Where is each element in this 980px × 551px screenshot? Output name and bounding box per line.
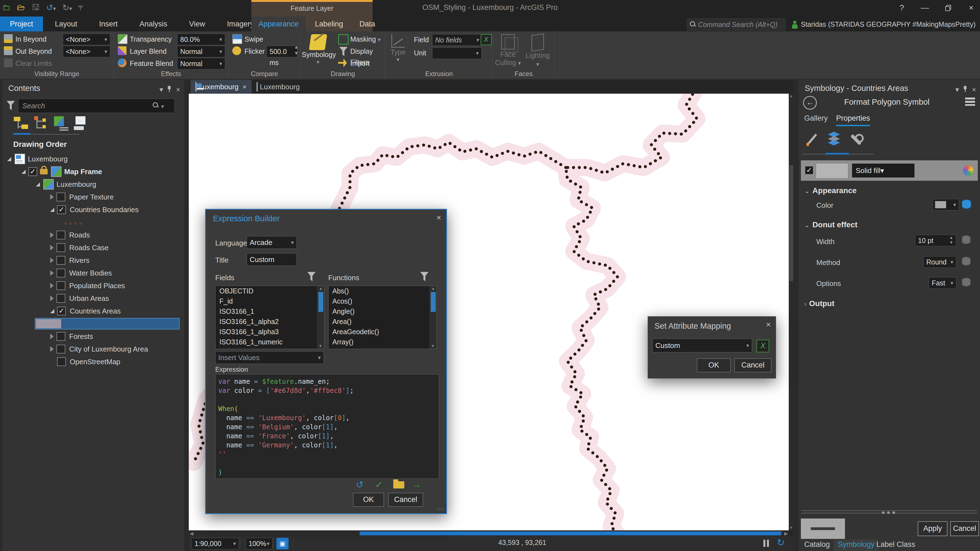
tree-item-water-bodies[interactable]: Water Bodies [2, 266, 184, 279]
help-button[interactable]: ? [893, 2, 910, 14]
function-item[interactable]: Acos() [328, 296, 436, 306]
function-item[interactable]: Array() [328, 337, 436, 347]
insert-values-combo[interactable]: Insert Values▾ [215, 351, 324, 364]
expand-icon[interactable] [50, 194, 54, 200]
fields-scrollbar[interactable]: ▲▼ [317, 286, 324, 349]
import-button[interactable]: Import [350, 58, 370, 69]
expand-icon[interactable] [50, 245, 54, 251]
field-item[interactable]: ISO3166_1 [215, 306, 324, 316]
section-appearance[interactable]: ⌄Appearance [804, 186, 856, 195]
panel-menu-icon[interactable]: ▾ [956, 86, 959, 94]
field-item[interactable]: ISO3166_1_numeric [215, 337, 324, 347]
out-beyond-label[interactable]: Out Beyond [16, 46, 52, 57]
extrusion-expression-button[interactable]: X [480, 34, 492, 45]
close-tab-icon[interactable]: × [242, 83, 247, 91]
language-combo[interactable]: Arcade▾ [247, 236, 297, 249]
open-project-icon[interactable]: 🗁 [17, 3, 25, 12]
tree-item-countries-boundaries[interactable]: ✓Countries Boundaries [2, 203, 184, 216]
expand-icon[interactable] [50, 232, 54, 238]
clear-limits-button[interactable]: Clear Limits [16, 58, 52, 69]
account-menu[interactable]: Staridas (STARIDAS GEOGRAPHY #MakingMaps… [792, 18, 980, 30]
save-project-icon[interactable]: 🖫 [32, 3, 40, 12]
fill-type-combo[interactable]: Solid fill▾ [852, 164, 915, 178]
tree-item-luxembourg[interactable]: Luxembourg [2, 178, 184, 190]
close-panel-icon[interactable]: × [972, 86, 976, 94]
panel-splitter[interactable]: ●●● [802, 508, 977, 515]
extrusion-type-button[interactable]: Type ▾ [385, 33, 410, 70]
view-selection-icon[interactable] [53, 116, 70, 131]
refresh-icon[interactable]: ↻ [777, 537, 785, 548]
expression-code-editor[interactable]: var name = $feature.name_en;var color = … [215, 374, 439, 479]
cancel-button[interactable]: Cancel [388, 493, 423, 507]
symbol-layer-row[interactable]: ✓ Solid fill▾ [801, 160, 978, 181]
tree-item-openstreetmap[interactable]: OpenStreetMap [2, 355, 184, 367]
out-beyond-combo[interactable]: <None>▾ [63, 46, 110, 57]
swipe-button[interactable]: Swipe [245, 33, 263, 44]
tab-label-class[interactable]: Label Class [872, 540, 919, 551]
functions-list[interactable]: Abs()Acos()Angle()Area()AreaGeodetic()Ar… [328, 286, 437, 349]
new-map-view-button[interactable]: ▣ [277, 538, 288, 549]
lighting-button[interactable]: Lighting ▾ [524, 33, 552, 70]
visibility-checkbox[interactable] [57, 192, 65, 202]
close-dialog-icon[interactable]: × [766, 320, 771, 329]
export-expression-icon[interactable]: → [412, 479, 422, 490]
tab-insert[interactable]: Insert [89, 16, 128, 32]
map-tab-luxembourg-map[interactable]: Luxembourg [251, 80, 305, 94]
in-beyond-label[interactable]: In Beyond [16, 33, 46, 44]
undo-icon[interactable]: ↺▾ [46, 3, 56, 13]
tree-item-roads[interactable]: Roads [2, 228, 184, 241]
extrusion-field-combo[interactable]: No fields▾ [432, 34, 482, 46]
selected-symbol-swatch[interactable] [2, 317, 184, 330]
visibility-checkbox[interactable]: ✓ [57, 306, 66, 316]
view-snapping-icon[interactable] [73, 116, 90, 131]
tree-item-countries-areas[interactable]: ✓Countries Areas [2, 304, 184, 317]
symbol-structure-icon[interactable] [847, 131, 865, 149]
expand-icon[interactable] [50, 295, 54, 301]
method-attribute-icon[interactable] [962, 257, 971, 267]
function-item[interactable]: Area() [328, 316, 436, 327]
field-item[interactable]: ISO3166_1_alpha3 [215, 327, 324, 337]
method-combo[interactable]: Round▾ [923, 256, 956, 268]
collapse-icon[interactable] [36, 183, 40, 186]
reset-expression-icon[interactable]: ↺ [356, 479, 364, 490]
restore-button[interactable] [939, 2, 957, 14]
tab-symbology[interactable]: Symbology [834, 540, 878, 551]
panel-menu-icon[interactable]: ▾ [159, 86, 163, 94]
tree-item-city-of-luxembourg-area[interactable]: City of Luxembourg Area [2, 342, 184, 355]
scroll-left-icon[interactable]: ◀ [190, 531, 193, 536]
tree-item-rivers[interactable]: Rivers [2, 254, 184, 266]
fields-filter-icon[interactable] [307, 272, 315, 281]
visibility-checkbox[interactable] [57, 230, 65, 240]
flicker-input[interactable]: 500.0 ms [267, 46, 298, 57]
close-dialog-icon[interactable]: × [436, 213, 441, 222]
scroll-right-icon[interactable]: ▶ [784, 531, 788, 536]
contents-search-input[interactable]: Search ▾ [18, 98, 175, 113]
view-list-by-source-icon[interactable] [33, 116, 50, 131]
symbology-button[interactable]: Symbology ▾ [302, 33, 334, 70]
extrusion-unit-combo[interactable]: ▾ [432, 48, 482, 59]
expand-icon[interactable] [50, 346, 54, 352]
in-beyond-combo[interactable]: <None>▾ [63, 33, 110, 45]
face-culling-button[interactable]: Face Culling ▾ [493, 33, 522, 70]
transparency-combo[interactable]: 80.0%▾ [177, 33, 225, 45]
apply-button[interactable]: Apply [918, 521, 948, 536]
visibility-checkbox[interactable] [57, 243, 65, 252]
redo-icon[interactable]: ↻▾ [62, 3, 72, 13]
flicker-stepper[interactable]: ▲▼ [294, 44, 299, 55]
collapse-icon[interactable] [50, 309, 54, 313]
visibility-checkbox[interactable] [57, 256, 65, 265]
pin-icon[interactable] [963, 86, 968, 92]
function-item[interactable]: AreaGeodetic() [328, 327, 436, 337]
function-item[interactable]: Angle() [328, 306, 436, 316]
tab-project[interactable]: Project [0, 16, 43, 32]
ok-button[interactable]: OK [697, 359, 730, 372]
vertical-scroll-thumb[interactable] [789, 165, 793, 281]
resize-grip[interactable]: ∴∴ [437, 506, 444, 512]
open-expression-icon[interactable] [393, 481, 404, 489]
map-scale-combo[interactable]: 1:90,000▾ [191, 538, 239, 549]
visibility-checkbox[interactable] [57, 345, 65, 354]
feature-blend-combo[interactable]: Normal▾ [177, 58, 225, 70]
title-input[interactable]: Custom [247, 253, 297, 266]
color-swatch-combo[interactable]: ▾ [932, 199, 959, 211]
tree-item-luxembourg[interactable]: Luxembourg [2, 152, 184, 165]
